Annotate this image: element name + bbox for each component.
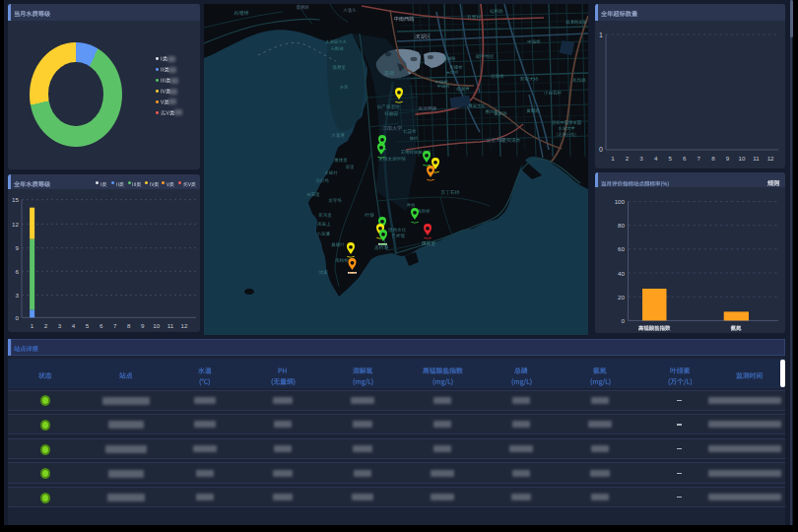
svg-text:9: 9 bbox=[726, 155, 730, 162]
svg-text:12: 12 bbox=[12, 221, 19, 228]
svg-text:40: 40 bbox=[618, 270, 625, 277]
svg-text:8: 8 bbox=[711, 155, 715, 162]
svg-text:8: 8 bbox=[127, 322, 131, 329]
svg-text:4: 4 bbox=[654, 155, 658, 162]
svg-text:9: 9 bbox=[16, 244, 20, 251]
svg-text:1: 1 bbox=[599, 32, 603, 38]
svg-text:11: 11 bbox=[167, 322, 174, 329]
svg-text:12: 12 bbox=[181, 322, 188, 329]
svg-text:11: 11 bbox=[753, 155, 760, 162]
svg-text:80: 80 bbox=[618, 222, 625, 229]
svg-text:12: 12 bbox=[767, 155, 774, 162]
svg-text:60: 60 bbox=[618, 245, 625, 252]
svg-text:6: 6 bbox=[100, 322, 103, 329]
svg-text:0: 0 bbox=[16, 314, 20, 321]
svg-text:0: 0 bbox=[599, 146, 603, 153]
svg-text:3: 3 bbox=[16, 292, 20, 299]
svg-text:6: 6 bbox=[683, 155, 687, 162]
svg-text:2: 2 bbox=[44, 322, 48, 329]
svg-text:6: 6 bbox=[16, 268, 20, 275]
svg-text:20: 20 bbox=[618, 294, 625, 300]
svg-text:5: 5 bbox=[86, 322, 90, 329]
svg-text:10: 10 bbox=[739, 155, 746, 162]
svg-text:2: 2 bbox=[626, 155, 630, 162]
svg-text:7: 7 bbox=[698, 155, 701, 162]
svg-text:1: 1 bbox=[611, 155, 615, 162]
svg-text:4: 4 bbox=[72, 322, 76, 329]
svg-text:3: 3 bbox=[58, 322, 62, 329]
svg-text:7: 7 bbox=[113, 322, 117, 329]
svg-text:5: 5 bbox=[668, 155, 672, 162]
svg-text:10: 10 bbox=[153, 322, 160, 329]
svg-text:15: 15 bbox=[12, 196, 19, 203]
svg-text:3: 3 bbox=[639, 155, 643, 162]
svg-text:1: 1 bbox=[31, 322, 34, 329]
svg-text:100: 100 bbox=[615, 198, 626, 205]
svg-text:9: 9 bbox=[141, 322, 145, 329]
svg-text:0: 0 bbox=[622, 317, 626, 324]
